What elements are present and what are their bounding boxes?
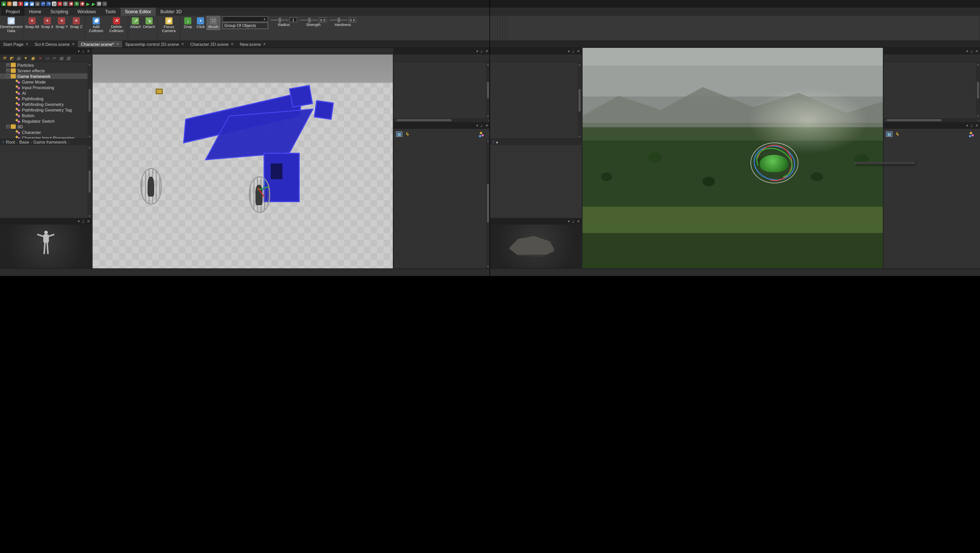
tree-item[interactable]: Character <box>0 129 92 135</box>
character-cage[interactable] <box>141 168 162 204</box>
slider-value[interactable]: 1 <box>290 17 297 22</box>
minimize-button[interactable] <box>463 0 472 8</box>
ribbon-slider[interactable]: 0.5Hardness <box>330 16 356 27</box>
properties-icon[interactable]: ▤ <box>886 131 892 137</box>
expander-icon[interactable]: − <box>6 74 10 78</box>
expander-icon[interactable]: + <box>6 63 10 67</box>
close-button[interactable] <box>481 0 490 8</box>
tree-item[interactable]: Pathfinding Geometry <box>0 101 92 107</box>
pin-icon[interactable]: ⊥ <box>480 123 483 127</box>
document-tab[interactable]: Sci-fi Demo.scene✕ <box>32 41 78 47</box>
tree-item[interactable]: Pathfinding <box>0 96 92 101</box>
document-tab[interactable]: Spaceship control 2D.scene✕ <box>122 41 187 47</box>
selected-bush-mesh[interactable] <box>760 155 788 172</box>
tree-item[interactable]: −Game framework <box>0 73 92 79</box>
dropdown-item[interactable]: Group Of Objects <box>223 23 268 29</box>
quick-access-icon[interactable]: ✚ <box>80 2 84 6</box>
ribbon-button[interactable]: +Snap All <box>24 16 40 30</box>
scrollbar[interactable]: ∧∨ <box>486 139 490 268</box>
minimize-button[interactable] <box>953 0 962 8</box>
close-tab-icon[interactable]: ✕ <box>181 42 184 46</box>
back-icon[interactable]: « <box>496 140 498 145</box>
breadcrumb-item[interactable]: Game framework› <box>33 140 69 145</box>
menu-tab[interactable]: Scripting <box>46 8 73 16</box>
menu-tab[interactable]: Scene Editor <box>120 8 156 16</box>
quick-access-icon[interactable]: ‖ <box>18 2 23 6</box>
slider-thumb[interactable] <box>308 18 310 22</box>
character-cage[interactable] <box>249 177 270 213</box>
dropdown-icon[interactable]: ▾ <box>966 123 968 127</box>
dropdown-icon[interactable]: ▾ <box>568 219 570 223</box>
quick-access-icon[interactable]: ↷ <box>46 2 51 6</box>
breadcrumb-item[interactable]: Root› <box>6 140 18 145</box>
quick-access-icon[interactable]: ↻ <box>74 2 79 6</box>
ribbon-slider[interactable]: 0.5Strength <box>300 16 327 27</box>
close-icon[interactable]: ✕ <box>576 49 579 53</box>
tree-item[interactable]: +Screen effects <box>0 68 92 73</box>
destination-combo[interactable]: ▼ <box>222 16 268 22</box>
close-icon[interactable]: ✕ <box>975 123 978 127</box>
pin-icon[interactable]: ⊥ <box>970 49 973 53</box>
tree-item[interactable]: Input Processing <box>0 84 92 90</box>
quick-access-icon[interactable]: ↻ <box>7 2 12 6</box>
dropdown-icon[interactable]: ▾ <box>78 219 80 223</box>
toolbar-icon[interactable]: ▼ <box>23 55 29 61</box>
slider-value[interactable]: 0.5 <box>319 17 327 22</box>
rotate-gizmo[interactable] <box>751 140 800 185</box>
dropdown-icon[interactable]: ▾ <box>476 49 478 53</box>
slider-track[interactable] <box>300 20 318 20</box>
menu-tab[interactable]: Windows <box>73 8 100 16</box>
tree-item[interactable]: −3D <box>0 124 92 129</box>
slider-track[interactable] <box>330 20 348 20</box>
ribbon-slider[interactable]: 1Radius <box>271 16 297 27</box>
ribbon-button[interactable]: ⬟Add Collision <box>86 16 107 33</box>
blue-box-mesh[interactable] <box>289 85 313 107</box>
tree-item[interactable]: AI <box>0 90 92 96</box>
document-tab[interactable]: Start Page✕ <box>0 41 32 47</box>
ribbon-button[interactable]: ∷Brush <box>207 16 220 30</box>
toolbar-icon[interactable]: ⚒ <box>2 55 7 61</box>
quick-access-icon[interactable]: ▣ <box>30 2 34 6</box>
quick-access-icon[interactable]: ▣ <box>35 2 40 6</box>
scrollbar[interactable]: ∧∨ <box>88 62 92 139</box>
maximize-button[interactable] <box>472 0 481 8</box>
horizontal-scrollbar[interactable]: ‹› <box>394 118 490 122</box>
tree-item[interactable]: Button <box>0 113 92 118</box>
quick-access-icon[interactable]: ⚒ <box>97 2 101 6</box>
tree-item[interactable]: Regulator Switch <box>0 118 92 124</box>
close-icon[interactable]: ✕ <box>86 49 89 53</box>
toolbar-icon[interactable]: ▤ <box>16 55 21 61</box>
ribbon-button[interactable]: +Snap X <box>40 16 54 30</box>
document-tab[interactable]: Character 2D.scene✕ <box>187 41 237 47</box>
maximize-button[interactable] <box>962 0 971 8</box>
close-button[interactable] <box>971 0 980 8</box>
quick-access-icon[interactable]: ▶ <box>91 2 95 6</box>
dropdown-icon[interactable]: ▾ <box>476 123 478 127</box>
title-bar[interactable] <box>490 0 980 8</box>
scrollbar[interactable]: ∧∨ <box>486 62 490 118</box>
toolbar-icon[interactable]: ▥ <box>66 55 71 61</box>
scrollbar[interactable]: ∧∨ <box>578 62 582 139</box>
close-icon[interactable]: ✕ <box>485 49 488 53</box>
blue-box-mesh[interactable] <box>314 100 334 120</box>
toolbar-icon[interactable]: ✂ <box>51 55 57 61</box>
slider-track[interactable] <box>271 20 288 20</box>
events-icon[interactable]: ϟ <box>894 131 900 137</box>
quick-access-icon[interactable]: ▲ <box>2 2 6 6</box>
scene-viewport[interactable] <box>92 54 393 268</box>
quick-access-icon[interactable]: ▢ <box>13 2 17 6</box>
quick-access-icon[interactable]: ✚ <box>69 2 73 6</box>
toolbar-icon[interactable]: ▭ <box>44 55 50 61</box>
quick-access-icon[interactable]: ▶ <box>86 2 90 6</box>
close-tab-icon[interactable]: ✕ <box>116 42 119 46</box>
close-tab-icon[interactable]: ✕ <box>25 42 29 46</box>
menu-tab[interactable]: Home <box>24 8 46 16</box>
quick-access-icon[interactable]: ↶ <box>41 2 45 6</box>
dropdown-icon[interactable]: ▾ <box>966 49 968 53</box>
expander-icon[interactable]: − <box>6 125 10 128</box>
pin-icon[interactable]: ⊥ <box>480 49 483 53</box>
quick-access-icon[interactable]: ✕ <box>57 2 62 6</box>
dropdown-icon[interactable]: ▾ <box>78 49 80 53</box>
close-icon[interactable]: ✕ <box>86 219 89 223</box>
tree-item[interactable]: Character Input Processing <box>0 135 92 139</box>
